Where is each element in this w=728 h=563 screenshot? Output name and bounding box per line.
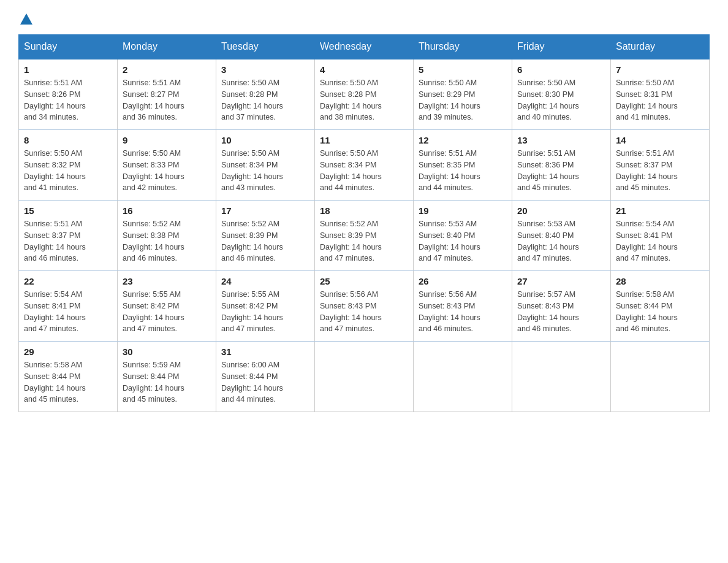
day-info: Sunrise: 5:50 AMSunset: 8:32 PMDaylight:… <box>24 148 112 194</box>
calendar-cell: 14Sunrise: 5:51 AMSunset: 8:37 PMDayligh… <box>611 130 710 201</box>
day-number: 10 <box>221 135 309 145</box>
day-number: 21 <box>616 205 704 216</box>
day-info: Sunrise: 5:50 AMSunset: 8:34 PMDaylight:… <box>320 148 408 194</box>
day-number: 22 <box>24 276 112 286</box>
day-number: 16 <box>123 205 211 216</box>
header-wednesday: Wednesday <box>315 35 414 59</box>
day-info: Sunrise: 5:51 AMSunset: 8:26 PMDaylight:… <box>24 77 112 123</box>
day-number: 25 <box>320 276 408 286</box>
day-info: Sunrise: 5:51 AMSunset: 8:37 PMDaylight:… <box>616 148 704 194</box>
calendar-cell: 2Sunrise: 5:51 AMSunset: 8:27 PMDaylight… <box>118 59 216 130</box>
calendar-cell: 29Sunrise: 5:58 AMSunset: 8:44 PMDayligh… <box>19 342 118 412</box>
calendar-cell: 17Sunrise: 5:52 AMSunset: 8:39 PMDayligh… <box>216 201 315 271</box>
calendar-week-row: 22Sunrise: 5:54 AMSunset: 8:41 PMDayligh… <box>19 271 710 342</box>
calendar-cell <box>512 342 611 412</box>
calendar-cell: 12Sunrise: 5:51 AMSunset: 8:35 PMDayligh… <box>414 130 512 201</box>
day-info: Sunrise: 5:55 AMSunset: 8:42 PMDaylight:… <box>221 289 309 335</box>
day-info: Sunrise: 5:59 AMSunset: 8:44 PMDaylight:… <box>123 359 211 405</box>
calendar-cell: 21Sunrise: 5:54 AMSunset: 8:41 PMDayligh… <box>611 201 710 271</box>
day-number: 3 <box>221 64 309 75</box>
day-number: 11 <box>320 135 408 145</box>
day-info: Sunrise: 5:50 AMSunset: 8:31 PMDaylight:… <box>616 77 704 123</box>
day-number: 18 <box>320 205 408 216</box>
calendar-cell: 23Sunrise: 5:55 AMSunset: 8:42 PMDayligh… <box>118 271 216 342</box>
day-number: 9 <box>123 135 211 145</box>
day-number: 6 <box>517 64 605 75</box>
day-number: 13 <box>517 135 605 145</box>
calendar-header-row: SundayMondayTuesdayWednesdayThursdayFrid… <box>19 35 710 59</box>
header-monday: Monday <box>118 35 216 59</box>
calendar-cell: 20Sunrise: 5:53 AMSunset: 8:40 PMDayligh… <box>512 201 611 271</box>
calendar-week-row: 15Sunrise: 5:51 AMSunset: 8:37 PMDayligh… <box>19 201 710 271</box>
day-number: 30 <box>123 347 211 357</box>
day-number: 7 <box>616 64 704 75</box>
day-info: Sunrise: 5:56 AMSunset: 8:43 PMDaylight:… <box>320 289 408 335</box>
calendar-cell <box>414 342 512 412</box>
calendar-cell <box>611 342 710 412</box>
calendar-cell: 18Sunrise: 5:52 AMSunset: 8:39 PMDayligh… <box>315 201 414 271</box>
calendar-table: SundayMondayTuesdayWednesdayThursdayFrid… <box>18 34 710 412</box>
calendar-cell <box>315 342 414 412</box>
day-info: Sunrise: 5:54 AMSunset: 8:41 PMDaylight:… <box>616 218 704 264</box>
calendar-cell: 22Sunrise: 5:54 AMSunset: 8:41 PMDayligh… <box>19 271 118 342</box>
calendar-cell: 15Sunrise: 5:51 AMSunset: 8:37 PMDayligh… <box>19 201 118 271</box>
calendar-cell: 4Sunrise: 5:50 AMSunset: 8:28 PMDaylight… <box>315 59 414 130</box>
day-number: 26 <box>419 276 507 286</box>
day-info: Sunrise: 5:56 AMSunset: 8:43 PMDaylight:… <box>419 289 507 335</box>
day-number: 29 <box>24 347 112 357</box>
day-number: 24 <box>221 276 309 286</box>
calendar-cell: 26Sunrise: 5:56 AMSunset: 8:43 PMDayligh… <box>414 271 512 342</box>
calendar-cell: 13Sunrise: 5:51 AMSunset: 8:36 PMDayligh… <box>512 130 611 201</box>
calendar-cell: 3Sunrise: 5:50 AMSunset: 8:28 PMDaylight… <box>216 59 315 130</box>
day-info: Sunrise: 5:58 AMSunset: 8:44 PMDaylight:… <box>24 359 112 405</box>
header-sunday: Sunday <box>19 35 118 59</box>
day-info: Sunrise: 5:51 AMSunset: 8:37 PMDaylight:… <box>24 218 112 264</box>
day-number: 15 <box>24 205 112 216</box>
logo <box>18 12 33 23</box>
day-number: 1 <box>24 64 112 75</box>
calendar-cell: 19Sunrise: 5:53 AMSunset: 8:40 PMDayligh… <box>414 201 512 271</box>
calendar-cell: 24Sunrise: 5:55 AMSunset: 8:42 PMDayligh… <box>216 271 315 342</box>
day-info: Sunrise: 5:58 AMSunset: 8:44 PMDaylight:… <box>616 289 704 335</box>
header-thursday: Thursday <box>414 35 512 59</box>
day-info: Sunrise: 5:57 AMSunset: 8:43 PMDaylight:… <box>517 289 605 335</box>
calendar-cell: 9Sunrise: 5:50 AMSunset: 8:33 PMDaylight… <box>118 130 216 201</box>
day-info: Sunrise: 5:52 AMSunset: 8:39 PMDaylight:… <box>320 218 408 264</box>
day-info: Sunrise: 5:53 AMSunset: 8:40 PMDaylight:… <box>517 218 605 264</box>
calendar-cell: 6Sunrise: 5:50 AMSunset: 8:30 PMDaylight… <box>512 59 611 130</box>
day-info: Sunrise: 5:51 AMSunset: 8:27 PMDaylight:… <box>123 77 211 123</box>
day-number: 23 <box>123 276 211 286</box>
header-tuesday: Tuesday <box>216 35 315 59</box>
calendar-cell: 8Sunrise: 5:50 AMSunset: 8:32 PMDaylight… <box>19 130 118 201</box>
day-number: 8 <box>24 135 112 145</box>
logo-triangle-icon <box>20 12 33 26</box>
calendar-cell: 28Sunrise: 5:58 AMSunset: 8:44 PMDayligh… <box>611 271 710 342</box>
day-info: Sunrise: 5:50 AMSunset: 8:30 PMDaylight:… <box>517 77 605 123</box>
day-number: 12 <box>419 135 507 145</box>
svg-marker-0 <box>20 13 32 25</box>
day-number: 17 <box>221 205 309 216</box>
day-info: Sunrise: 5:50 AMSunset: 8:33 PMDaylight:… <box>123 148 211 194</box>
day-info: Sunrise: 5:51 AMSunset: 8:36 PMDaylight:… <box>517 148 605 194</box>
day-info: Sunrise: 5:50 AMSunset: 8:28 PMDaylight:… <box>221 77 309 123</box>
header-friday: Friday <box>512 35 611 59</box>
day-number: 2 <box>123 64 211 75</box>
day-info: Sunrise: 5:50 AMSunset: 8:28 PMDaylight:… <box>320 77 408 123</box>
day-number: 28 <box>616 276 704 286</box>
day-info: Sunrise: 5:52 AMSunset: 8:39 PMDaylight:… <box>221 218 309 264</box>
day-number: 14 <box>616 135 704 145</box>
day-number: 5 <box>419 64 507 75</box>
calendar-cell: 10Sunrise: 5:50 AMSunset: 8:34 PMDayligh… <box>216 130 315 201</box>
calendar-cell: 31Sunrise: 6:00 AMSunset: 8:44 PMDayligh… <box>216 342 315 412</box>
day-number: 27 <box>517 276 605 286</box>
day-info: Sunrise: 5:52 AMSunset: 8:38 PMDaylight:… <box>123 218 211 264</box>
day-info: Sunrise: 5:55 AMSunset: 8:42 PMDaylight:… <box>123 289 211 335</box>
day-number: 4 <box>320 64 408 75</box>
day-number: 20 <box>517 205 605 216</box>
calendar-cell: 27Sunrise: 5:57 AMSunset: 8:43 PMDayligh… <box>512 271 611 342</box>
day-info: Sunrise: 5:50 AMSunset: 8:29 PMDaylight:… <box>419 77 507 123</box>
calendar-cell: 5Sunrise: 5:50 AMSunset: 8:29 PMDaylight… <box>414 59 512 130</box>
calendar-cell: 7Sunrise: 5:50 AMSunset: 8:31 PMDaylight… <box>611 59 710 130</box>
page-header <box>18 12 710 23</box>
calendar-cell: 30Sunrise: 5:59 AMSunset: 8:44 PMDayligh… <box>118 342 216 412</box>
